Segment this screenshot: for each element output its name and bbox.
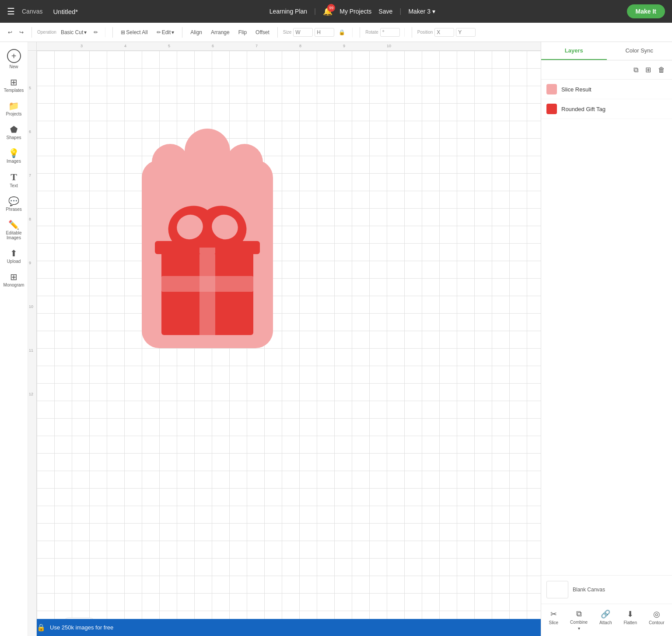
sidebar-item-images[interactable]: 💡 Images bbox=[2, 145, 26, 167]
notification-badge: 99 bbox=[327, 4, 335, 12]
sidebar-item-shapes[interactable]: ⬟ Shapes bbox=[2, 122, 26, 143]
sidebar-item-text[interactable]: T Text bbox=[2, 169, 26, 192]
edit-icon: ✏ bbox=[157, 29, 161, 35]
free-banner-text: Use 250k images for free bbox=[50, 624, 113, 631]
combine-button[interactable]: ⧉ Combine ▾ bbox=[567, 608, 591, 633]
sidebar-label-phrases: Phrases bbox=[6, 207, 22, 212]
machine-label: Maker 3 bbox=[408, 8, 430, 15]
canvas-area[interactable]: 3 4 5 6 7 8 9 10 5 6 7 8 9 10 11 12 bbox=[28, 42, 541, 636]
layer-name-gift-tag: Rounded Gift Tag bbox=[561, 106, 606, 112]
sidebar-label-text: Text bbox=[10, 183, 18, 188]
make-it-button[interactable]: Make It bbox=[627, 4, 665, 18]
toolbar-sep-1 bbox=[32, 27, 32, 38]
sidebar-item-upload[interactable]: ⬆ Upload bbox=[2, 245, 26, 267]
flatten-button[interactable]: ⬇ Flatten bbox=[620, 608, 640, 633]
select-all-icon: ⊞ bbox=[121, 29, 125, 35]
hamburger-icon: ☰ bbox=[7, 6, 15, 17]
my-projects-button[interactable]: My Projects bbox=[340, 8, 371, 15]
slice-button[interactable]: ✂ Slice bbox=[545, 608, 562, 633]
learning-plan-button[interactable]: Learning Plan bbox=[270, 8, 307, 15]
undo-redo-group: ↩ ↪ bbox=[5, 28, 26, 37]
toolbar-sep-3 bbox=[182, 27, 182, 38]
document-title: Untitled* bbox=[53, 8, 78, 15]
lock-aspect-btn[interactable]: 🔒 bbox=[336, 28, 348, 37]
tab-color-sync[interactable]: Color Sync bbox=[607, 42, 672, 60]
sidebar-label-shapes: Shapes bbox=[7, 135, 21, 140]
contour-icon: ◎ bbox=[653, 609, 660, 619]
delete-layer-button[interactable]: 🗑 bbox=[656, 64, 667, 76]
canvas-preview-label: Blank Canvas bbox=[573, 587, 605, 593]
upload-icon: ⬆ bbox=[10, 249, 18, 258]
layer-item-rounded-gift-tag[interactable]: Rounded Gift Tag bbox=[541, 99, 672, 119]
operation-selector[interactable]: Basic Cut ▾ bbox=[58, 28, 89, 37]
group-layer-button[interactable]: ⊞ bbox=[644, 64, 653, 76]
sidebar-label-projects: Projects bbox=[6, 112, 21, 116]
arrange-button[interactable]: Arrange bbox=[208, 28, 232, 37]
size-group: Size 🔒 bbox=[283, 28, 353, 37]
rotate-label: Rotate bbox=[365, 30, 378, 35]
machine-selector[interactable]: Maker 3 ▾ bbox=[408, 8, 435, 15]
toolbar-sep-4 bbox=[277, 27, 278, 38]
gift-tag-design[interactable] bbox=[133, 103, 282, 361]
hamburger-button[interactable]: ☰ bbox=[7, 6, 15, 17]
position-label: Position bbox=[417, 30, 433, 35]
operation-chevron: ▾ bbox=[84, 29, 87, 35]
phrases-icon: 💬 bbox=[8, 197, 19, 206]
free-banner[interactable]: 🔒 Use 250k images for free bbox=[28, 619, 541, 636]
combine-icon: ⧉ bbox=[576, 609, 582, 619]
machine-chevron-icon: ▾ bbox=[432, 8, 435, 15]
flip-button[interactable]: Flip bbox=[236, 28, 249, 37]
bottom-toolbar: ✂ Slice ⧉ Combine ▾ 🔗 Attach ⬇ Flatten ◎… bbox=[541, 604, 672, 636]
sidebar-item-editable-images[interactable]: ✏️ Editable Images bbox=[2, 217, 26, 244]
canvas-preview-area: Blank Canvas bbox=[541, 575, 672, 604]
align-button[interactable]: Align bbox=[188, 28, 205, 37]
slice-icon: ✂ bbox=[550, 609, 557, 619]
flatten-icon: ⬇ bbox=[627, 609, 634, 619]
attach-icon: 🔗 bbox=[601, 609, 610, 619]
ruler-corner bbox=[28, 42, 37, 51]
y-input[interactable] bbox=[456, 28, 476, 37]
sidebar-label-editable-images: Editable Images bbox=[4, 231, 24, 240]
contour-button[interactable]: ◎ Contour bbox=[645, 608, 668, 633]
sidebar-label-upload: Upload bbox=[7, 259, 21, 264]
x-input[interactable] bbox=[434, 28, 454, 37]
operation-icon-btn[interactable]: ✏ bbox=[91, 28, 101, 37]
edit-button[interactable]: ✏ Edit ▾ bbox=[154, 28, 177, 37]
sidebar-item-templates[interactable]: ⊞ Templates bbox=[2, 74, 26, 96]
ruler-vertical: 5 6 7 8 9 10 11 12 bbox=[28, 51, 37, 636]
top-nav: ☰ Canvas Untitled* Learning Plan | 🔔 99 … bbox=[0, 0, 672, 23]
attach-button[interactable]: 🔗 Attach bbox=[596, 608, 615, 633]
sidebar-item-monogram[interactable]: ⊞ Monogram bbox=[2, 269, 26, 291]
rotate-input[interactable] bbox=[380, 28, 400, 37]
sidebar-item-new[interactable]: + New bbox=[2, 45, 26, 73]
edit-chevron: ▾ bbox=[172, 29, 174, 35]
sidebar-item-projects[interactable]: 📁 Projects bbox=[2, 98, 26, 120]
gift-tag-svg bbox=[133, 103, 282, 361]
width-input[interactable] bbox=[293, 28, 313, 37]
free-banner-icon: 🔒 bbox=[37, 623, 46, 632]
layer-item-slice-result[interactable]: Slice Result bbox=[541, 80, 672, 99]
tab-layers[interactable]: Layers bbox=[541, 42, 607, 60]
select-all-button[interactable]: ⊞ Select All bbox=[118, 28, 150, 37]
operation-value: Basic Cut bbox=[61, 29, 83, 35]
height-input[interactable] bbox=[315, 28, 334, 37]
undo-button[interactable]: ↩ bbox=[5, 28, 15, 37]
nav-center: Learning Plan | 🔔 99 My Projects Save | … bbox=[270, 7, 435, 16]
svg-rect-12 bbox=[161, 276, 253, 292]
save-button[interactable]: Save bbox=[378, 8, 392, 15]
nav-divider-2: | bbox=[399, 7, 401, 15]
toolbar-sep-2 bbox=[112, 27, 113, 38]
notification-button[interactable]: 🔔 99 bbox=[323, 7, 332, 16]
layer-color-gift-tag bbox=[546, 104, 557, 114]
panel-spacer bbox=[541, 119, 672, 575]
shapes-icon: ⬟ bbox=[10, 125, 18, 134]
red-gift-layer bbox=[155, 199, 260, 337]
size-label: Size bbox=[283, 30, 291, 35]
canvas-label: Canvas bbox=[22, 8, 42, 15]
templates-icon: ⊞ bbox=[10, 78, 18, 87]
sidebar-item-phrases[interactable]: 💬 Phrases bbox=[2, 193, 26, 215]
duplicate-layer-button[interactable]: ⧉ bbox=[632, 64, 640, 76]
redo-button[interactable]: ↪ bbox=[17, 28, 26, 37]
offset-button[interactable]: Offset bbox=[253, 28, 272, 37]
images-icon: 💡 bbox=[8, 149, 19, 157]
